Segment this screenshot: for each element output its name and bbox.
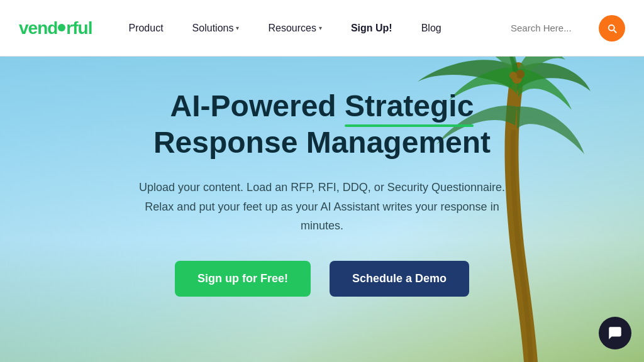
chevron-down-icon: ▾ bbox=[319, 25, 322, 31]
navbar: vendrful Product Solutions ▾ Resources ▾… bbox=[0, 0, 644, 57]
search-input[interactable] bbox=[511, 23, 592, 33]
chat-bubble-button[interactable] bbox=[599, 317, 631, 349]
nav-item-signup[interactable]: Sign Up! bbox=[340, 18, 404, 39]
hero-title: AI-Powered Strategic Response Management bbox=[121, 88, 523, 160]
logo[interactable]: vendrful bbox=[19, 18, 92, 38]
nav-item-blog[interactable]: Blog bbox=[410, 18, 453, 39]
signup-free-button[interactable]: Sign up for Free! bbox=[175, 261, 311, 297]
hero-buttons: Sign up for Free! Schedule a Demo bbox=[121, 261, 523, 297]
nav-item-solutions[interactable]: Solutions ▾ bbox=[181, 18, 251, 39]
chevron-down-icon: ▾ bbox=[236, 25, 239, 31]
search-icon bbox=[606, 23, 618, 34]
schedule-demo-button[interactable]: Schedule a Demo bbox=[330, 261, 469, 297]
hero-content: AI-Powered Strategic Response Management… bbox=[96, 57, 548, 297]
hero-title-line1: AI-Powered Strategic bbox=[170, 89, 474, 123]
nav-links: Product Solutions ▾ Resources ▾ Sign Up!… bbox=[117, 18, 511, 39]
hero-title-strategic: Strategic bbox=[345, 88, 474, 124]
search-area bbox=[511, 15, 625, 41]
hero-title-line2: Response Management bbox=[153, 126, 491, 159]
search-button[interactable] bbox=[599, 15, 625, 41]
nav-item-product[interactable]: Product bbox=[117, 18, 174, 39]
nav-item-resources[interactable]: Resources ▾ bbox=[257, 18, 333, 39]
hero-section: AI-Powered Strategic Response Management… bbox=[0, 57, 644, 362]
chat-icon bbox=[607, 325, 623, 341]
hero-subtitle: Upload your content. Load an RFP, RFI, D… bbox=[127, 178, 517, 236]
